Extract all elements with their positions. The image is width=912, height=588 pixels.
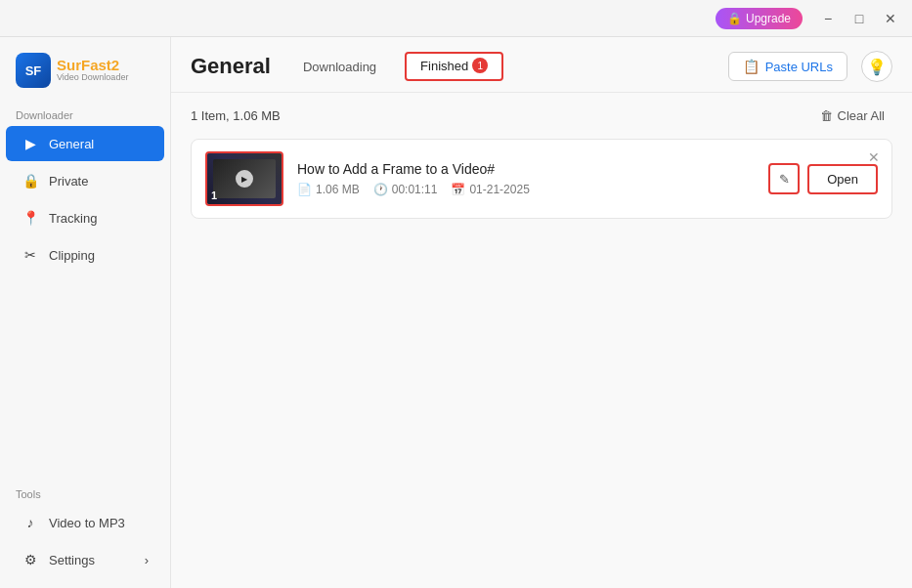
thumbnail-number: 1 (211, 189, 217, 201)
subheader: 1 Item, 1.06 MB 🗑 Clear All (171, 93, 912, 139)
settings-icon: ⚙ (22, 551, 39, 568)
video-card: ✕ ▶ 1 How to Add a Frame to a Vide (191, 139, 892, 219)
paste-urls-button[interactable]: 📋 Paste URLs (728, 52, 847, 81)
lightbulb-icon: 💡 (867, 58, 887, 76)
page-title: General (191, 54, 271, 79)
main-content: General Downloading Finished1 📋 Paste UR… (171, 37, 912, 588)
tools-section-label: Tools (0, 479, 170, 504)
video-info: How to Add a Frame to a Video# 📄 1.06 MB… (297, 161, 755, 196)
app-body: SF SurFast2 Video Downloader Downloader … (0, 37, 912, 588)
edit-button[interactable]: ✎ (768, 163, 800, 194)
video-title: How to Add a Frame to a Video# (297, 161, 755, 177)
meta-duration: 🕐 00:01:11 (373, 183, 438, 196)
video-thumbnail[interactable]: ▶ 1 (205, 151, 283, 206)
upgrade-button[interactable]: 🔒 Upgrade (716, 8, 803, 29)
settings-arrow: › (145, 553, 149, 567)
paste-icon: 📋 (743, 59, 760, 74)
logo-icon: SF (25, 63, 42, 78)
close-button[interactable]: ✕ (877, 8, 904, 29)
clock-icon: 🕐 (373, 183, 388, 196)
tracking-icon: 📍 (22, 209, 39, 227)
calendar-icon: 📅 (451, 183, 465, 196)
edit-icon: ✎ (779, 172, 790, 187)
general-icon: ▶ (22, 135, 39, 152)
logo: SF SurFast2 Video Downloader (0, 37, 170, 100)
sidebar-item-clipping[interactable]: ✂ Clipping (6, 237, 164, 273)
tab-finished[interactable]: Finished1 (405, 52, 503, 82)
main-header: General Downloading Finished1 📋 Paste UR… (171, 37, 912, 93)
close-icon: ✕ (868, 149, 880, 165)
finished-badge: 1 (472, 58, 488, 73)
lightbulb-button[interactable]: 💡 (861, 51, 892, 82)
music-icon: ♪ (22, 514, 39, 531)
content-area: ✕ ▶ 1 How to Add a Frame to a Vide (171, 139, 912, 588)
sidebar: SF SurFast2 Video Downloader Downloader … (0, 37, 171, 588)
minimize-button[interactable]: − (814, 8, 842, 29)
sidebar-item-tracking[interactable]: 📍 Tracking (6, 200, 164, 235)
file-icon: 📄 (297, 183, 312, 196)
meta-size: 📄 1.06 MB (297, 183, 360, 196)
logo-subtitle: Video Downloader (57, 73, 128, 83)
card-actions: ✎ Open (768, 163, 878, 194)
private-icon: 🔒 (22, 172, 39, 189)
item-count: 1 Item, 1.06 MB (191, 108, 281, 123)
tab-downloading[interactable]: Downloading (288, 54, 391, 80)
sidebar-item-video-to-mp3[interactable]: ♪ Video to MP3 (6, 505, 164, 540)
trash-icon: 🗑 (820, 108, 833, 123)
card-close-button[interactable]: ✕ (864, 147, 884, 167)
open-button[interactable]: Open (807, 164, 878, 194)
logo-name: SurFast2 (57, 58, 128, 74)
maximize-button[interactable]: □ (846, 8, 873, 29)
clipping-icon: ✂ (22, 246, 39, 264)
titlebar: 🔒 Upgrade − □ ✕ (0, 0, 912, 37)
sidebar-item-general[interactable]: ▶ General (6, 126, 164, 161)
sidebar-item-settings[interactable]: ⚙ Settings › (6, 542, 164, 577)
sidebar-item-private[interactable]: 🔒 Private (6, 163, 164, 198)
video-meta: 📄 1.06 MB 🕐 00:01:11 📅 01-21-2025 (297, 183, 755, 196)
lock-icon: 🔒 (727, 12, 742, 25)
clear-all-button[interactable]: 🗑 Clear All (812, 105, 892, 127)
downloader-section-label: Downloader (0, 100, 170, 125)
meta-date: 📅 01-21-2025 (451, 183, 529, 196)
